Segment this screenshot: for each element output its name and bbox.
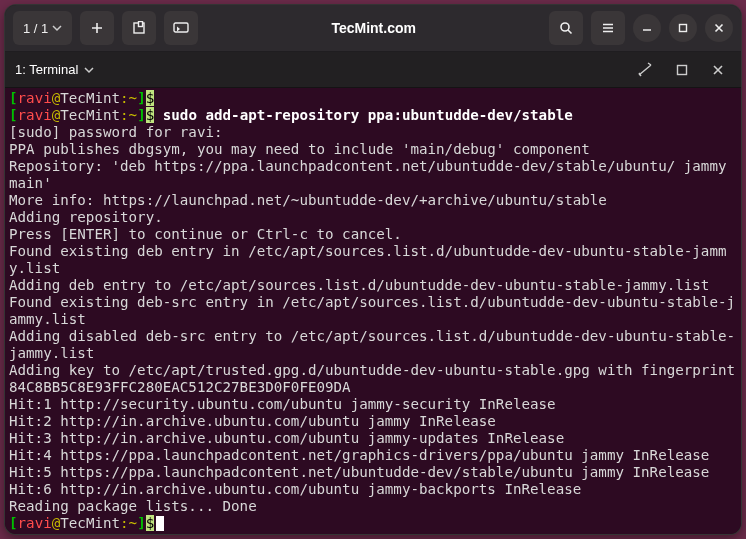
svg-rect-2 bbox=[174, 23, 188, 32]
prompt-user: ravi bbox=[18, 107, 52, 123]
out: More info: https://launchpad.net/~ubuntu… bbox=[9, 192, 607, 208]
chevron-down-icon bbox=[84, 65, 94, 75]
prompt-bracket: ] bbox=[137, 90, 146, 106]
out: Repository: 'deb https://ppa.launchpadco… bbox=[9, 158, 735, 191]
titlebar: 1 / 1 TecMint.com bbox=[5, 5, 741, 52]
command-text: sudo add-apt-repository ppa:ubuntudde-de… bbox=[154, 107, 573, 123]
split-button[interactable] bbox=[122, 11, 156, 45]
out: Adding deb entry to /etc/apt/sources.lis… bbox=[9, 277, 709, 293]
prompt-sep: : bbox=[120, 515, 129, 531]
prompt-host: TecMint bbox=[60, 107, 120, 123]
cursor bbox=[156, 516, 164, 531]
terminal-output[interactable]: [ravi@TecMint:~]$ [ravi@TecMint:~]$ sudo… bbox=[5, 88, 741, 534]
prompt-user: ravi bbox=[18, 90, 52, 106]
svg-rect-5 bbox=[678, 65, 687, 74]
out: Hit:4 https://ppa.launchpadcontent.net/g… bbox=[9, 447, 709, 463]
text-cursor-icon bbox=[638, 62, 654, 78]
svg-rect-4 bbox=[680, 25, 687, 32]
minimize-icon bbox=[642, 23, 652, 33]
out: Adding disabled deb-src entry to /etc/ap… bbox=[9, 328, 735, 361]
tabbar: 1: Terminal bbox=[5, 52, 741, 88]
broadcast-icon bbox=[173, 22, 189, 34]
out: Hit:1 http://security.ubuntu.com/ubuntu … bbox=[9, 396, 556, 412]
out: PPA publishes dbgsym, you may need to in… bbox=[9, 141, 590, 157]
prompt-bracket: ] bbox=[137, 107, 146, 123]
plus-icon bbox=[90, 21, 104, 35]
prompt-bracket: [ bbox=[9, 107, 18, 123]
search-button[interactable] bbox=[549, 11, 583, 45]
hamburger-icon bbox=[601, 21, 615, 35]
prompt-host: TecMint bbox=[60, 515, 120, 531]
out: Hit:5 https://ppa.launchpadcontent.net/u… bbox=[9, 464, 709, 480]
terminal-window: 1 / 1 TecMint.com 1: bbox=[4, 4, 742, 535]
out: Adding key to /etc/apt/trusted.gpg.d/ubu… bbox=[9, 362, 742, 395]
out: Press [ENTER] to continue or Ctrl-c to c… bbox=[9, 226, 402, 242]
window-title: TecMint.com bbox=[331, 20, 416, 36]
prompt-dollar: $ bbox=[146, 515, 155, 531]
close-icon bbox=[714, 23, 724, 33]
prompt-path: ~ bbox=[129, 90, 138, 106]
prompt-bracket: ] bbox=[137, 515, 146, 531]
svg-rect-1 bbox=[139, 22, 143, 27]
out: Reading package lists... Done bbox=[9, 498, 257, 514]
out: Hit:6 http://in.archive.ubuntu.com/ubunt… bbox=[9, 481, 581, 497]
prompt-bracket: [ bbox=[9, 90, 18, 106]
minimize-button[interactable] bbox=[633, 14, 661, 42]
prompt-at: @ bbox=[52, 90, 61, 106]
out: Adding repository. bbox=[9, 209, 163, 225]
prompt-sep: : bbox=[120, 90, 129, 106]
page-indicator[interactable]: 1 / 1 bbox=[13, 11, 72, 45]
prompt-sep: : bbox=[120, 107, 129, 123]
prompt-bracket: [ bbox=[9, 515, 18, 531]
prompt-user: ravi bbox=[18, 515, 52, 531]
svg-point-3 bbox=[561, 23, 569, 31]
out: Found existing deb-src entry in /etc/apt… bbox=[9, 294, 735, 327]
prompt-path: ~ bbox=[129, 515, 138, 531]
new-tab-button[interactable] bbox=[80, 11, 114, 45]
search-icon bbox=[559, 21, 573, 35]
tab-terminal[interactable]: 1: Terminal bbox=[15, 62, 94, 77]
maximize-button[interactable] bbox=[669, 14, 697, 42]
maximize-icon bbox=[678, 23, 688, 33]
prompt-dollar: $ bbox=[146, 107, 155, 123]
prompt-host: TecMint bbox=[60, 90, 120, 106]
close-button[interactable] bbox=[705, 14, 733, 42]
close-icon bbox=[712, 64, 724, 76]
out: Found existing deb entry in /etc/apt/sou… bbox=[9, 243, 727, 276]
prompt-at: @ bbox=[52, 515, 61, 531]
menu-button[interactable] bbox=[591, 11, 625, 45]
text-cursor-button[interactable] bbox=[633, 57, 659, 83]
split-icon bbox=[132, 21, 146, 35]
page-indicator-text: 1 / 1 bbox=[23, 21, 48, 36]
close-pane-button[interactable] bbox=[705, 57, 731, 83]
prompt-dollar: $ bbox=[146, 90, 155, 106]
square-icon bbox=[676, 64, 688, 76]
maximize-pane-button[interactable] bbox=[669, 57, 695, 83]
out: Hit:3 http://in.archive.ubuntu.com/ubunt… bbox=[9, 430, 564, 446]
prompt-path: ~ bbox=[129, 107, 138, 123]
prompt-at: @ bbox=[52, 107, 61, 123]
out: [sudo] password for ravi: bbox=[9, 124, 231, 140]
out: Hit:2 http://in.archive.ubuntu.com/ubunt… bbox=[9, 413, 496, 429]
broadcast-button[interactable] bbox=[164, 11, 198, 45]
tab-label: 1: Terminal bbox=[15, 62, 78, 77]
chevron-down-icon bbox=[52, 23, 62, 33]
